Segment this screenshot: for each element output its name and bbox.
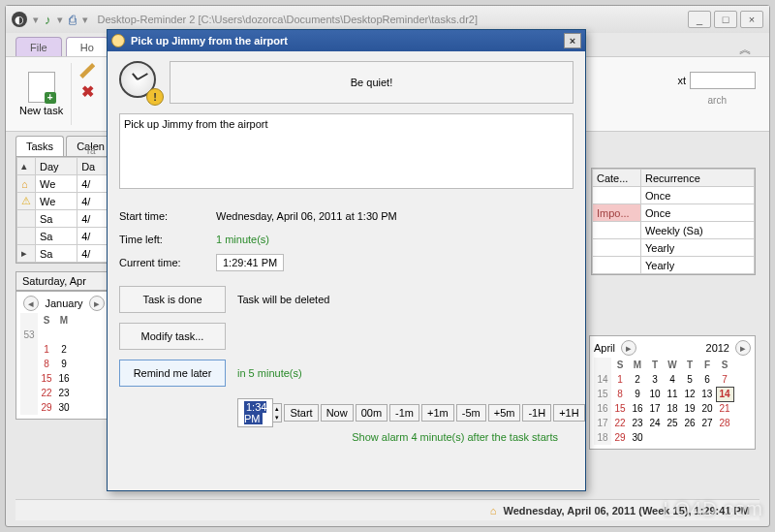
modify-task-button[interactable]: Modify task... (119, 323, 226, 350)
table-row[interactable]: ⌂We4/ (17, 175, 111, 193)
remind-later-note: in 5 minute(s) (237, 367, 302, 379)
task-done-button[interactable]: Task is done (119, 286, 226, 313)
new-task-label: New task (19, 105, 63, 116)
start-time-value: Wednesday, April 06, 2011 at 1:30 PM (216, 210, 397, 222)
snooze-step-now[interactable]: Now (321, 404, 354, 422)
col-category[interactable]: Cate... (593, 170, 641, 187)
house-icon: ⌂ (21, 178, 28, 190)
spinner-buttons[interactable]: ▴▾ (273, 403, 282, 422)
current-time-value: 1:29:41 PM (216, 254, 284, 271)
dialog-title: Pick up Jimmy from the airport (131, 35, 288, 47)
alarm-offset-note: Show alarm 4 minute(s) after the task st… (237, 431, 574, 443)
task-table: ▴ Day Da ⌂We4/ ⚠We4/ Sa4/ Sa4/ ▸Sa4/ (16, 156, 112, 264)
snooze-step-plus5m[interactable]: +5m (488, 404, 521, 422)
task-done-note: Task will be deleted (237, 294, 329, 305)
snooze-time-spinner[interactable]: 1:34 PM (237, 398, 273, 427)
right-ribbon-area: xt arch (677, 72, 756, 106)
reminder-dialog: Pick up Jimmy from the airport × ! Be qu… (107, 29, 586, 491)
table-row[interactable]: ▸Sa4/ (17, 245, 111, 263)
table-row[interactable]: Sa4/ (17, 210, 111, 228)
month-label-right: April (594, 342, 615, 354)
search-input[interactable] (690, 72, 756, 89)
month-label: January (45, 297, 82, 309)
close-icon[interactable]: × (564, 33, 581, 48)
table-row[interactable]: Impo...Once (593, 204, 755, 222)
snooze-step-plus1h[interactable]: +1H (553, 404, 585, 422)
time-left-label: Time left: (119, 234, 216, 245)
col-recurrence[interactable]: Recurrence (641, 170, 755, 187)
status-bar: ⌂ Wednesday, April 06, 2011 (Week 15), 1… (16, 499, 760, 520)
be-quiet-button[interactable]: Be quiet! (170, 61, 574, 104)
maximize-button[interactable]: □ (714, 11, 737, 28)
snooze-step-minus1h[interactable]: -1H (522, 404, 551, 422)
snooze-step-plus1m[interactable]: +1m (421, 404, 454, 422)
delete-icon[interactable]: ✖ (79, 84, 95, 100)
current-time-label: Current time: (119, 257, 216, 268)
file-menu[interactable]: File (16, 37, 62, 56)
next-month-icon[interactable]: ▸ (89, 296, 105, 311)
printer-icon[interactable]: ⎙ (69, 13, 77, 27)
text-label-xt: xt (677, 75, 686, 86)
col-day[interactable]: Day (36, 158, 78, 175)
house-icon: ⌂ (490, 505, 497, 516)
ribbon-group-label: Ta (85, 145, 96, 156)
snooze-controls: 1:34 PM ▴▾ Start Now 00m -1m +1m -5m +5m… (237, 398, 574, 427)
calendar-right[interactable]: April ▸ 2012 ▸ SMTWTFS 141234567 1589101… (589, 335, 756, 450)
close-button[interactable]: × (740, 11, 763, 28)
year-label: 2012 (706, 342, 729, 354)
app-icon: ◐ (12, 12, 27, 27)
warning-icon: ⚠ (21, 195, 31, 206)
dropdown-icon[interactable]: ▾ (33, 14, 39, 26)
clock-icon (111, 34, 125, 47)
edit-icon[interactable] (79, 63, 95, 78)
alarm-clock-icon: ! (119, 61, 160, 102)
task-table-right: Cate... Recurrence Once Impo...Once Week… (591, 168, 756, 275)
minimize-button[interactable]: _ (688, 11, 711, 28)
search-label: arch (708, 95, 727, 106)
table-row[interactable]: Yearly (593, 239, 755, 257)
dropdown-icon-2[interactable]: ▾ (57, 14, 63, 26)
table-row[interactable]: ⚠We4/ (17, 193, 111, 210)
task-description[interactable] (119, 113, 574, 189)
collapse-ribbon-icon[interactable]: ︽ (739, 41, 752, 58)
status-text: Wednesday, April 06, 2011 (Week 15), 1:2… (503, 505, 750, 516)
new-task-button[interactable]: + New task (19, 72, 63, 116)
start-time-label: Start time: (119, 210, 216, 222)
table-row[interactable]: Once (593, 187, 755, 204)
calendar-header-left: Saturday, Apr (16, 271, 112, 291)
spin-up-icon: ▴ (273, 404, 281, 413)
document-icon: + (28, 72, 55, 103)
spin-down-icon: ▾ (273, 413, 281, 422)
dialog-titlebar: Pick up Jimmy from the airport × (108, 30, 585, 51)
snooze-step-minus5m[interactable]: -5m (456, 404, 486, 422)
calendar-left[interactable]: ◂ January ▸ SM 53 12 89 1516 2223 2930 (16, 291, 112, 420)
snooze-step-start[interactable]: Start (284, 404, 318, 422)
next-year-icon[interactable]: ▸ (735, 340, 751, 356)
remind-later-button[interactable]: Remind me later (119, 360, 226, 387)
prev-month-icon[interactable]: ◂ (23, 296, 39, 311)
table-row[interactable]: Weekly (Sa) (593, 222, 755, 239)
window-title: Desktop-Reminder 2 [C:\Users\dozorca\Doc… (98, 14, 689, 25)
next-month-icon[interactable]: ▸ (621, 340, 636, 356)
tasks-tab[interactable]: Tasks (16, 136, 64, 156)
table-row[interactable]: Yearly (593, 257, 755, 274)
snooze-step-minus1m[interactable]: -1m (389, 404, 419, 422)
home-tab[interactable]: Ho (66, 37, 108, 56)
music-icon[interactable]: ♪ (45, 13, 51, 27)
snooze-step-00m[interactable]: 00m (356, 404, 388, 422)
time-left-value: 1 minute(s) (216, 234, 269, 245)
dropdown-icon-3[interactable]: ▾ (82, 14, 88, 26)
row-selector-header: ▴ (17, 158, 36, 175)
table-row[interactable]: Sa4/ (17, 228, 111, 245)
